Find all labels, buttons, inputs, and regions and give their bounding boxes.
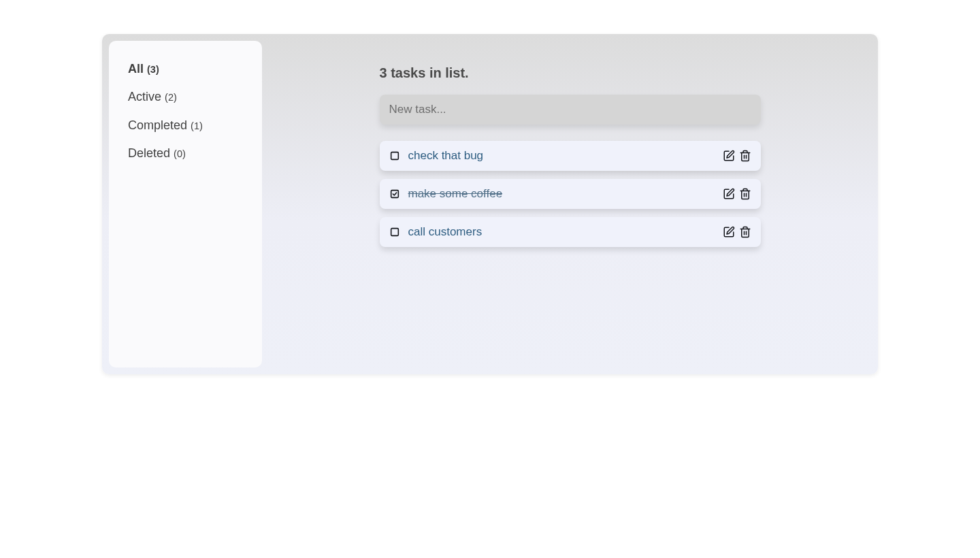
task-actions — [723, 226, 751, 238]
task-actions — [723, 150, 751, 162]
filter-label: Deleted — [128, 146, 170, 160]
main-inner: 3 tasks in list. check that bug — [380, 65, 761, 247]
filter-count: (0) — [174, 148, 186, 159]
filter-count: (3) — [147, 64, 159, 75]
edit-icon[interactable] — [723, 226, 735, 238]
task-summary: 3 tasks in list. — [380, 65, 761, 81]
square-icon[interactable] — [389, 227, 400, 237]
filter-all[interactable]: All (3) — [128, 61, 243, 77]
task-row: call customers — [380, 217, 761, 247]
task-row: check that bug — [380, 141, 761, 171]
task-actions — [723, 188, 751, 200]
filter-label: Completed — [128, 118, 187, 132]
app-container: All (3) Active (2) Completed (1) Deleted… — [102, 34, 878, 374]
filter-count: (1) — [191, 120, 203, 131]
square-check-icon[interactable] — [389, 188, 400, 199]
task-text: call customers — [408, 225, 715, 239]
square-icon[interactable] — [389, 150, 400, 161]
edit-icon[interactable] — [723, 188, 735, 200]
filter-label: All — [128, 62, 144, 76]
filter-completed[interactable]: Completed (1) — [128, 118, 243, 133]
main-panel: 3 tasks in list. check that bug — [262, 34, 878, 374]
filter-deleted[interactable]: Deleted (0) — [128, 146, 243, 161]
sidebar: All (3) Active (2) Completed (1) Deleted… — [109, 41, 262, 367]
trash-icon[interactable] — [739, 188, 751, 200]
new-task-input[interactable] — [380, 95, 761, 125]
trash-icon[interactable] — [739, 226, 751, 238]
filter-count: (2) — [165, 92, 177, 103]
edit-icon[interactable] — [723, 150, 735, 162]
task-text: check that bug — [408, 149, 715, 163]
svg-rect-0 — [391, 152, 398, 160]
trash-icon[interactable] — [739, 150, 751, 162]
filter-label: Active — [128, 90, 161, 103]
svg-rect-6 — [391, 229, 398, 236]
filter-active[interactable]: Active (2) — [128, 89, 243, 105]
task-row: make some coffee — [380, 179, 761, 209]
task-text: make some coffee — [408, 187, 715, 201]
